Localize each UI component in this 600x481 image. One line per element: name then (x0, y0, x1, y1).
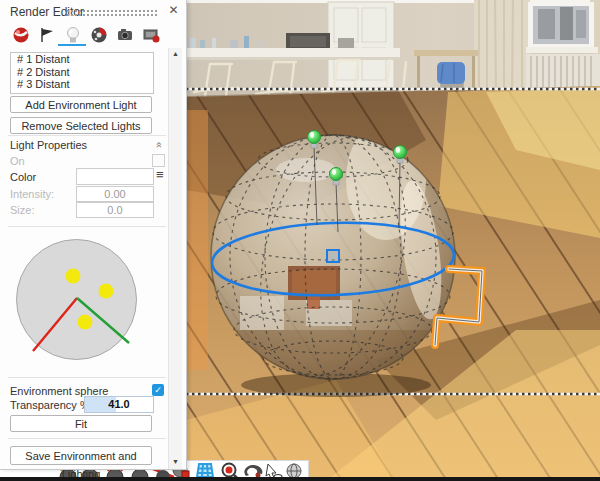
size-label: Size: (10, 204, 34, 216)
viewport-3d[interactable] (186, 0, 600, 481)
active-tab-underline (58, 44, 86, 46)
window-bottom-edge (0, 477, 600, 481)
room-scene (186, 0, 600, 481)
globe-icon[interactable] (287, 464, 301, 478)
light-dot-2[interactable] (99, 284, 114, 299)
divider (8, 135, 166, 136)
add-environment-light-button[interactable]: Add Environment Light (10, 96, 152, 113)
light-dot-3[interactable] (78, 315, 93, 330)
list-item[interactable]: # 2 Distant (11, 66, 153, 79)
light-bulb-icon (68, 28, 79, 43)
orbit-icon[interactable] (244, 465, 262, 478)
divider (8, 438, 166, 439)
fit-button[interactable]: Fit (10, 415, 152, 432)
color-label: Color (10, 171, 36, 183)
remove-selected-lights-button[interactable]: Remove Selected Lights (10, 117, 152, 134)
red-axis-line (33, 298, 77, 351)
scroll-up-icon[interactable]: ▲ (169, 50, 182, 57)
render-output-icon (144, 30, 160, 43)
tab-lights[interactable] (64, 26, 82, 44)
light-properties-header: Light Properties (10, 139, 87, 151)
intensity-field[interactable]: 0.00 (76, 186, 154, 202)
light-dot-1[interactable] (66, 269, 81, 284)
panel-scrollbar[interactable]: ▲ ▼ (168, 48, 182, 469)
tab-output[interactable] (142, 26, 160, 44)
color-menu-icon[interactable]: ≡ (156, 167, 164, 182)
drag-handle[interactable] (66, 9, 158, 16)
flag-icon (42, 28, 53, 42)
divider (8, 226, 166, 227)
list-item[interactable]: # 3 Distant (11, 78, 153, 91)
close-icon[interactable]: ✕ (165, 2, 182, 19)
tab-materials[interactable] (12, 26, 30, 44)
color-swatch-field[interactable] (76, 168, 154, 185)
save-environment-button[interactable]: Save Environment and Lighting (10, 446, 152, 465)
list-item[interactable]: # 1 Distant (11, 53, 153, 66)
camera-icon (118, 29, 132, 40)
collapse-icon[interactable]: » (152, 142, 164, 148)
scroll-down-icon[interactable]: ▼ (169, 458, 182, 465)
film-reel-icon (92, 28, 107, 43)
size-field[interactable]: 0.0 (76, 202, 154, 218)
transparency-field[interactable]: 41.0 (84, 396, 154, 413)
transparency-label: Transparency %: (10, 399, 93, 411)
light-direction-widget[interactable] (16, 239, 137, 360)
intensity-label: Intensity: (10, 188, 54, 200)
shader-sphere-icon (14, 28, 29, 43)
divider (8, 377, 166, 378)
environment-sphere-checkbox[interactable]: ✓ (152, 384, 164, 396)
tab-render[interactable] (90, 26, 108, 44)
grid-icon[interactable] (197, 464, 213, 477)
render-editor-window: Render Editor ✕ (0, 0, 600, 481)
environment-lights-list[interactable]: # 1 Distant # 2 Distant # 3 Distant (10, 52, 154, 94)
render-editor-panel: Render Editor ✕ (0, 0, 187, 470)
tab-camera[interactable] (116, 26, 134, 44)
equator-center-handle[interactable] (327, 250, 339, 262)
on-checkbox[interactable] (152, 154, 165, 167)
tab-textures[interactable] (38, 26, 56, 44)
on-label: On (10, 155, 25, 167)
